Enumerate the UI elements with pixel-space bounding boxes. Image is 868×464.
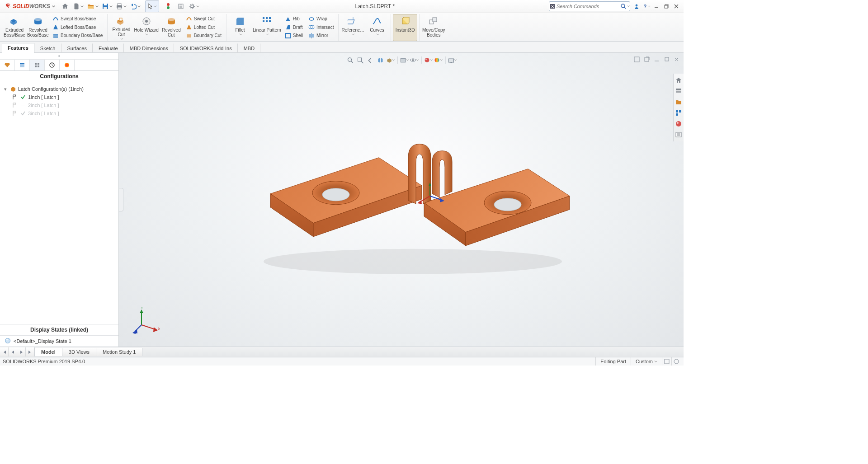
config-item-1[interactable]: 1inch [ Latch ] bbox=[2, 93, 117, 101]
save-button[interactable] bbox=[100, 1, 114, 12]
view-orientation-icon[interactable] bbox=[386, 56, 395, 65]
options-button[interactable] bbox=[187, 1, 201, 12]
config-root[interactable]: ▾ Latch Configuration(s) (1inch) bbox=[2, 85, 117, 93]
rib-button[interactable]: Rib bbox=[283, 15, 304, 23]
config-item-3[interactable]: 3inch [ Latch ] bbox=[2, 109, 117, 117]
minimize-button[interactable] bbox=[653, 3, 660, 10]
display-style-icon[interactable] bbox=[400, 56, 409, 65]
view-settings-icon[interactable] bbox=[448, 56, 457, 65]
panel-tabs bbox=[0, 60, 118, 71]
zoom-area-icon[interactable] bbox=[356, 56, 365, 65]
tab-addins[interactable]: SOLIDWORKS Add-Ins bbox=[174, 43, 238, 53]
panel-grip[interactable] bbox=[0, 53, 118, 60]
app-logo[interactable]: SOLIDWORKS bbox=[2, 3, 58, 10]
tab-mbd-dimensions[interactable]: MBD Dimensions bbox=[124, 43, 174, 53]
svg-rect-23 bbox=[263, 17, 264, 19]
lofted-cut-button[interactable]: Lofted Cut bbox=[184, 23, 223, 31]
edit-appearance-icon[interactable] bbox=[424, 56, 433, 65]
move-copy-bodies-button[interactable]: Move/Copy Bodies bbox=[421, 14, 446, 41]
zoom-fit-icon[interactable] bbox=[346, 56, 355, 65]
view-triad[interactable]: Y X Z bbox=[132, 307, 160, 334]
print-button[interactable] bbox=[114, 1, 128, 12]
swept-cut-button[interactable]: Swept Cut bbox=[184, 15, 223, 23]
panel-collapse-handle[interactable] bbox=[119, 188, 123, 211]
status-units[interactable]: Custom bbox=[631, 357, 662, 366]
feature-tree-tab[interactable] bbox=[0, 60, 15, 70]
instant3d-button[interactable]: Instant3D bbox=[393, 14, 417, 41]
nav-first[interactable] bbox=[0, 347, 9, 356]
doc-link-icon[interactable] bbox=[632, 55, 641, 64]
open-button[interactable] bbox=[85, 1, 100, 12]
traffic-light-icon[interactable] bbox=[162, 1, 175, 12]
wrap-button[interactable]: Wrap bbox=[307, 15, 335, 23]
previous-view-icon[interactable] bbox=[366, 56, 375, 65]
doc-tab-3dviews[interactable]: 3D Views bbox=[62, 348, 96, 356]
configuration-tab[interactable] bbox=[30, 60, 45, 70]
intersect-button[interactable]: Intersect bbox=[307, 23, 335, 31]
home-button[interactable] bbox=[59, 1, 71, 12]
tab-sketch[interactable]: Sketch bbox=[34, 43, 61, 53]
svg-point-54 bbox=[434, 58, 439, 62]
search-input[interactable] bbox=[556, 3, 620, 9]
restore-button[interactable] bbox=[663, 3, 670, 10]
linear-pattern-button[interactable]: Linear Pattern bbox=[252, 14, 282, 41]
fillet-button[interactable]: Fillet bbox=[228, 14, 252, 41]
doc-tab-model[interactable]: Model bbox=[35, 348, 62, 356]
swept-boss-button[interactable]: Swept Boss/Base bbox=[51, 15, 104, 23]
graphics-viewport[interactable]: Y X Z bbox=[119, 53, 684, 347]
shell-button[interactable]: Shell bbox=[283, 32, 304, 40]
login-icon[interactable] bbox=[633, 3, 640, 10]
hide-show-icon[interactable] bbox=[410, 56, 419, 65]
file-explorer-tab[interactable] bbox=[674, 97, 684, 107]
section-view-icon[interactable] bbox=[376, 56, 385, 65]
new-button[interactable] bbox=[71, 1, 85, 12]
extruded-cut-button[interactable]: Extruded Cut bbox=[109, 14, 133, 41]
revolved-boss-button[interactable]: Revolved Boss/Base bbox=[26, 14, 50, 41]
status-extra-1[interactable] bbox=[662, 357, 671, 366]
select-button[interactable] bbox=[145, 0, 159, 12]
config-item-2[interactable]: — 2inch [ Latch ] bbox=[2, 101, 117, 109]
view-palette-tab[interactable] bbox=[674, 108, 684, 118]
revolved-cut-button[interactable]: Revolved Cut bbox=[160, 14, 183, 41]
doc-minimize-icon[interactable] bbox=[652, 55, 661, 64]
rebuild-button[interactable] bbox=[175, 1, 187, 12]
tab-surfaces[interactable]: Surfaces bbox=[61, 43, 93, 53]
tab-features[interactable]: Features bbox=[2, 43, 34, 53]
search-commands[interactable] bbox=[549, 1, 630, 11]
display-state-item[interactable]: <Default>_Display State 1 bbox=[0, 336, 118, 347]
extruded-boss-button[interactable]: Extruded Boss/Base bbox=[3, 14, 26, 41]
doc-maximize-icon[interactable] bbox=[662, 55, 671, 64]
nav-prev[interactable] bbox=[9, 347, 17, 356]
property-tab[interactable] bbox=[15, 60, 30, 70]
status-extra-2[interactable] bbox=[671, 357, 681, 366]
nav-next[interactable] bbox=[17, 347, 26, 356]
doc-tab-motion[interactable]: Motion Study 1 bbox=[96, 348, 142, 356]
search-icon[interactable] bbox=[620, 3, 630, 9]
close-button[interactable] bbox=[673, 3, 680, 10]
reference-geometry-button[interactable]: Referenc… bbox=[340, 14, 365, 41]
apply-scene-icon[interactable] bbox=[434, 56, 443, 65]
boundary-boss-button[interactable]: Boundary Boss/Base bbox=[51, 32, 104, 40]
draft-button[interactable]: Draft bbox=[283, 23, 304, 31]
help-icon[interactable]: ? bbox=[643, 3, 650, 10]
doc-new-window-icon[interactable] bbox=[642, 55, 651, 64]
design-library-tab[interactable] bbox=[674, 86, 684, 96]
custom-properties-tab[interactable] bbox=[674, 130, 684, 140]
undo-button[interactable] bbox=[128, 1, 142, 12]
appearances-scenes-tab[interactable] bbox=[674, 119, 684, 129]
dimxpert-tab[interactable] bbox=[45, 60, 60, 70]
lofted-boss-button[interactable]: Lofted Boss/Base bbox=[51, 23, 104, 31]
tab-mbd[interactable]: MBD bbox=[238, 43, 260, 53]
tab-evaluate[interactable]: Evaluate bbox=[93, 43, 124, 53]
boundary-cut-button[interactable]: Boundary Cut bbox=[184, 32, 223, 40]
svg-point-46 bbox=[6, 339, 8, 341]
hole-wizard-button[interactable]: Hole Wizard bbox=[133, 14, 159, 41]
resources-tab[interactable] bbox=[674, 75, 684, 85]
appearances-tab[interactable] bbox=[60, 60, 75, 70]
doc-close-icon[interactable] bbox=[672, 55, 681, 64]
curves-button[interactable]: Curves bbox=[365, 14, 389, 41]
expand-menu-icon[interactable] bbox=[52, 5, 55, 8]
nav-last[interactable] bbox=[26, 347, 34, 356]
svg-text:X: X bbox=[158, 327, 160, 331]
mirror-button[interactable]: Mirror bbox=[307, 32, 335, 40]
